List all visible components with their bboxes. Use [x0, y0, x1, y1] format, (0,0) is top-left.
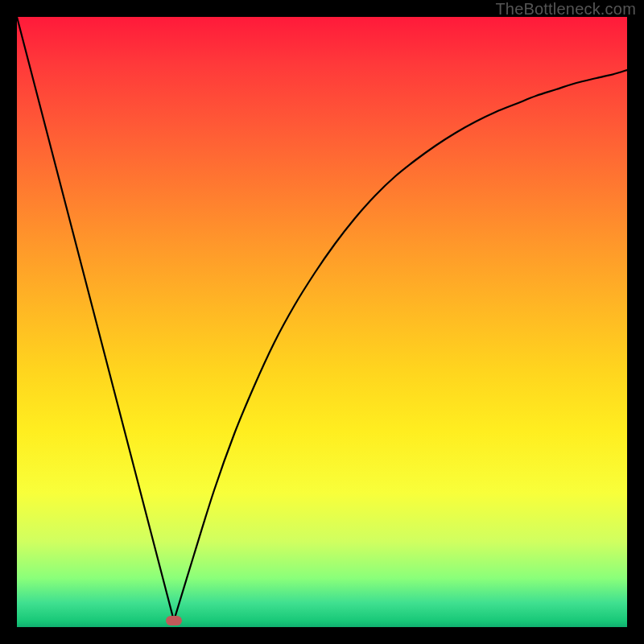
curve-right-branch [174, 70, 627, 621]
chart-gradient-background [17, 17, 627, 627]
curve-left-branch [17, 17, 174, 621]
watermark-text: TheBottleneck.com [495, 0, 636, 19]
vertex-marker [166, 616, 182, 625]
chart-svg [17, 17, 627, 627]
